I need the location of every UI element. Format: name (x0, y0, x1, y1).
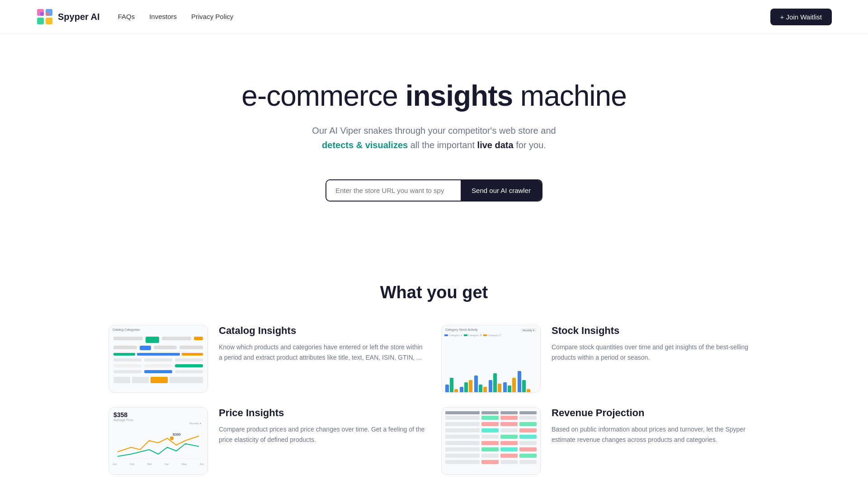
revenue-text: Revenue Projection Based on public infor… (552, 407, 760, 445)
features-title: What you get (108, 283, 760, 302)
feature-card-revenue: Revenue Projection Based on public infor… (441, 407, 760, 475)
revenue-title: Revenue Projection (552, 407, 760, 419)
revenue-mock-table (442, 408, 540, 470)
feature-card-catalog: Catalog Categories (108, 325, 427, 393)
url-input[interactable] (326, 180, 461, 201)
svg-rect-3 (46, 18, 52, 24)
features-section: What you get Catalog Categories (0, 265, 868, 488)
svg-rect-5 (46, 12, 49, 16)
stock-text: Stock Insights Compare stock quantities … (552, 325, 760, 363)
catalog-description: Know which products and categories have … (219, 342, 427, 363)
stock-description: Compare stock quantities over time and g… (552, 342, 760, 363)
nav-left: Spyper AI FAQs Investors Privacy Policy (36, 8, 233, 25)
price-text: Price Insights Compare product prices an… (219, 407, 427, 445)
catalog-text: Catalog Insights Know which products and… (219, 325, 427, 363)
price-description: Compare product prices and price changes… (219, 424, 427, 445)
hero-subtitle-start: Our AI Viper snakes through your competi… (312, 126, 556, 136)
stock-bars (442, 338, 540, 393)
hero-subtitle: Our AI Viper snakes through your competi… (298, 123, 570, 152)
nav-links: FAQs Investors Privacy Policy (118, 13, 234, 21)
catalog-title: Catalog Insights (219, 325, 427, 337)
catalog-preview-image: Catalog Categories (108, 325, 208, 393)
svg-point-6 (170, 436, 174, 440)
price-preview-image: $358 Average Price Monthly ▾ $360 JanFeb… (108, 407, 208, 475)
revenue-preview-image (441, 407, 541, 475)
hero-section: e-commerce insights machine Our AI Viper… (0, 34, 868, 265)
features-grid: Catalog Categories (108, 325, 760, 475)
search-section: Send our AI crawler (9, 179, 859, 202)
navbar: Spyper AI FAQs Investors Privacy Policy … (0, 0, 868, 34)
stock-preview-image: Category Stock Activity Monthly ▾ Catego… (441, 325, 541, 393)
nav-link-faqs[interactable]: FAQs (118, 13, 135, 20)
revenue-description: Based on public information about prices… (552, 424, 760, 445)
hero-title-bold: insights (406, 80, 513, 112)
hero-subtitle-middle: all the important (408, 140, 477, 150)
svg-rect-2 (37, 18, 44, 24)
hero-title-end: machine (513, 80, 627, 112)
hero-subtitle-highlight2: live data (477, 140, 514, 150)
hero-title-start: e-commerce (241, 80, 405, 112)
svg-text:$360: $360 (173, 432, 181, 436)
nav-link-privacy[interactable]: Privacy Policy (191, 13, 233, 20)
nav-link-investors[interactable]: Investors (149, 13, 177, 20)
catalog-mock (109, 332, 208, 388)
logo-icon (36, 8, 53, 25)
logo-area: Spyper AI (36, 8, 100, 25)
feature-card-price: $358 Average Price Monthly ▾ $360 JanFeb… (108, 407, 427, 475)
feature-card-stock: Category Stock Activity Monthly ▾ Catego… (441, 325, 760, 393)
hero-subtitle-highlight1: detects & visualizes (322, 140, 408, 150)
hero-title: e-commerce insights machine (9, 79, 859, 113)
price-line-chart: $360 (109, 425, 208, 461)
send-crawler-button[interactable]: Send our AI crawler (461, 180, 542, 201)
join-waitlist-button[interactable]: + Join Waitlist (770, 9, 832, 25)
hero-subtitle-end: for you. (514, 140, 546, 150)
price-title: Price Insights (219, 407, 427, 419)
stock-title: Stock Insights (552, 325, 760, 337)
logo-brand-text: Spyper AI (58, 12, 100, 22)
svg-rect-4 (40, 12, 44, 16)
search-bar: Send our AI crawler (326, 179, 542, 202)
